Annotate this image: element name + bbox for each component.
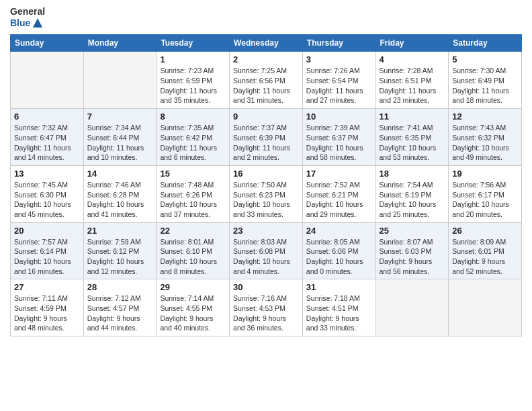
- day-number: 22: [160, 226, 226, 236]
- sunrise-text: Sunrise: 8:09 AM: [452, 238, 506, 246]
- weekday-header-wednesday: Wednesday: [230, 35, 303, 52]
- day-number: 13: [14, 169, 80, 179]
- sunset-text: Sunset: 6:54 PM: [306, 77, 359, 85]
- calendar-cell: [449, 279, 522, 336]
- calendar-cell: 15Sunrise: 7:48 AMSunset: 6:26 PMDayligh…: [157, 165, 230, 222]
- day-number: 14: [87, 169, 153, 179]
- sunset-text: Sunset: 6:35 PM: [380, 134, 432, 142]
- sunrise-text: Sunrise: 7:14 AM: [160, 294, 214, 302]
- sunrise-text: Sunrise: 8:03 AM: [233, 238, 287, 246]
- sunrise-text: Sunrise: 7:23 AM: [160, 66, 214, 75]
- weekday-header-monday: Monday: [83, 35, 157, 52]
- day-number: 15: [160, 169, 226, 179]
- daylight-text: Daylight: 9 hours and 48 minutes.: [14, 314, 67, 332]
- day-number: 9: [233, 111, 299, 122]
- calendar-cell: 6Sunrise: 7:32 AMSunset: 6:47 PMDaylight…: [11, 109, 84, 166]
- sunset-text: Sunset: 6:51 PM: [380, 77, 432, 85]
- daylight-text: Daylight: 9 hours and 40 minutes.: [160, 314, 213, 332]
- sunset-text: Sunset: 6:32 PM: [452, 134, 504, 142]
- sunset-text: Sunset: 6:08 PM: [233, 247, 285, 255]
- daylight-text: Daylight: 10 hours and 0 minutes.: [306, 257, 363, 275]
- daylight-text: Daylight: 10 hours and 53 minutes.: [380, 144, 437, 162]
- day-info: Sunrise: 8:09 AMSunset: 6:01 PMDaylight:…: [452, 237, 518, 277]
- daylight-text: Daylight: 11 hours and 10 minutes.: [87, 144, 144, 162]
- weekday-header-saturday: Saturday: [449, 35, 522, 52]
- calendar-cell: 28Sunrise: 7:12 AMSunset: 4:57 PMDayligh…: [83, 279, 157, 336]
- daylight-text: Daylight: 10 hours and 45 minutes.: [14, 200, 71, 218]
- calendar-cell: 12Sunrise: 7:43 AMSunset: 6:32 PMDayligh…: [449, 109, 522, 166]
- calendar-week-row: 6Sunrise: 7:32 AMSunset: 6:47 PMDaylight…: [11, 109, 522, 166]
- logo-triangle-icon: [32, 17, 44, 29]
- daylight-text: Daylight: 11 hours and 6 minutes.: [160, 144, 217, 162]
- calendar-cell: 22Sunrise: 8:01 AMSunset: 6:10 PMDayligh…: [157, 222, 230, 279]
- calendar-cell: 23Sunrise: 8:03 AMSunset: 6:08 PMDayligh…: [230, 222, 303, 279]
- sunrise-text: Sunrise: 7:59 AM: [87, 238, 141, 246]
- calendar-cell: 26Sunrise: 8:09 AMSunset: 6:01 PMDayligh…: [449, 222, 522, 279]
- sunrise-text: Sunrise: 7:16 AM: [233, 294, 287, 302]
- weekday-header-thursday: Thursday: [302, 35, 375, 52]
- calendar-cell: 11Sunrise: 7:41 AMSunset: 6:35 PMDayligh…: [375, 109, 449, 166]
- calendar-cell: 10Sunrise: 7:39 AMSunset: 6:37 PMDayligh…: [302, 109, 375, 166]
- daylight-text: Daylight: 10 hours and 37 minutes.: [160, 200, 217, 218]
- calendar-cell: 21Sunrise: 7:59 AMSunset: 6:12 PMDayligh…: [83, 222, 157, 279]
- day-info: Sunrise: 7:11 AMSunset: 4:59 PMDaylight:…: [14, 293, 80, 333]
- daylight-text: Daylight: 10 hours and 33 minutes.: [233, 200, 290, 218]
- calendar-cell: [11, 52, 84, 109]
- day-number: 27: [14, 282, 80, 292]
- logo: General Blue: [10, 7, 45, 29]
- header: General Blue: [10, 7, 522, 29]
- day-info: Sunrise: 8:07 AMSunset: 6:03 PMDaylight:…: [380, 237, 445, 277]
- day-number: 19: [452, 169, 518, 179]
- sunrise-text: Sunrise: 7:12 AM: [87, 294, 141, 302]
- day-number: 5: [452, 54, 518, 64]
- day-number: 10: [306, 111, 372, 122]
- calendar-cell: 5Sunrise: 7:30 AMSunset: 6:49 PMDaylight…: [449, 52, 522, 109]
- day-info: Sunrise: 7:48 AMSunset: 6:26 PMDaylight:…: [160, 180, 226, 220]
- day-number: 18: [380, 169, 445, 179]
- day-info: Sunrise: 8:03 AMSunset: 6:08 PMDaylight:…: [233, 237, 299, 277]
- sunrise-text: Sunrise: 7:26 AM: [306, 66, 360, 75]
- svg-marker-0: [33, 18, 42, 28]
- calendar-cell: [83, 52, 157, 109]
- day-number: 21: [87, 226, 153, 236]
- daylight-text: Daylight: 11 hours and 31 minutes.: [233, 87, 290, 105]
- sunrise-text: Sunrise: 7:30 AM: [452, 66, 506, 75]
- sunset-text: Sunset: 6:14 PM: [14, 247, 66, 255]
- logo-blue-text: Blue: [10, 17, 45, 29]
- calendar-cell: 29Sunrise: 7:14 AMSunset: 4:55 PMDayligh…: [157, 279, 230, 336]
- calendar-cell: 7Sunrise: 7:34 AMSunset: 6:44 PMDaylight…: [83, 109, 157, 166]
- sunset-text: Sunset: 6:10 PM: [160, 247, 212, 255]
- sunset-text: Sunset: 6:17 PM: [452, 191, 504, 199]
- day-info: Sunrise: 8:01 AMSunset: 6:10 PMDaylight:…: [160, 237, 226, 277]
- page: General Blue SundayMondayTuesdayWednesda…: [0, 0, 532, 411]
- sunset-text: Sunset: 6:42 PM: [160, 134, 212, 142]
- sunrise-text: Sunrise: 7:48 AM: [160, 181, 214, 189]
- calendar-cell: 2Sunrise: 7:25 AMSunset: 6:56 PMDaylight…: [230, 52, 303, 109]
- daylight-text: Daylight: 9 hours and 56 minutes.: [380, 257, 433, 275]
- calendar-week-row: 13Sunrise: 7:45 AMSunset: 6:30 PMDayligh…: [11, 165, 522, 222]
- sunrise-text: Sunrise: 7:34 AM: [87, 124, 141, 132]
- sunrise-text: Sunrise: 7:32 AM: [14, 124, 68, 132]
- calendar-cell: 18Sunrise: 7:54 AMSunset: 6:19 PMDayligh…: [375, 165, 449, 222]
- sunrise-text: Sunrise: 7:43 AM: [452, 124, 506, 132]
- calendar-cell: 16Sunrise: 7:50 AMSunset: 6:23 PMDayligh…: [230, 165, 303, 222]
- day-info: Sunrise: 7:12 AMSunset: 4:57 PMDaylight:…: [87, 293, 153, 333]
- sunrise-text: Sunrise: 7:37 AM: [233, 124, 287, 132]
- day-number: 25: [380, 226, 445, 236]
- weekday-header-friday: Friday: [375, 35, 449, 52]
- calendar-cell: 9Sunrise: 7:37 AMSunset: 6:39 PMDaylight…: [230, 109, 303, 166]
- sunrise-text: Sunrise: 7:54 AM: [380, 181, 433, 189]
- sunset-text: Sunset: 4:59 PM: [14, 304, 66, 312]
- sunrise-text: Sunrise: 7:46 AM: [87, 181, 141, 189]
- sunrise-text: Sunrise: 7:39 AM: [306, 124, 360, 132]
- day-info: Sunrise: 7:45 AMSunset: 6:30 PMDaylight:…: [14, 180, 80, 220]
- sunrise-text: Sunrise: 7:57 AM: [14, 238, 68, 246]
- sunset-text: Sunset: 6:44 PM: [87, 134, 140, 142]
- sunset-text: Sunset: 4:53 PM: [233, 304, 285, 312]
- daylight-text: Daylight: 9 hours and 44 minutes.: [87, 314, 140, 332]
- calendar-cell: 13Sunrise: 7:45 AMSunset: 6:30 PMDayligh…: [11, 165, 84, 222]
- sunset-text: Sunset: 6:28 PM: [87, 191, 140, 199]
- daylight-text: Daylight: 10 hours and 20 minutes.: [452, 200, 509, 218]
- calendar-cell: 25Sunrise: 8:07 AMSunset: 6:03 PMDayligh…: [375, 222, 449, 279]
- day-info: Sunrise: 7:50 AMSunset: 6:23 PMDaylight:…: [233, 180, 299, 220]
